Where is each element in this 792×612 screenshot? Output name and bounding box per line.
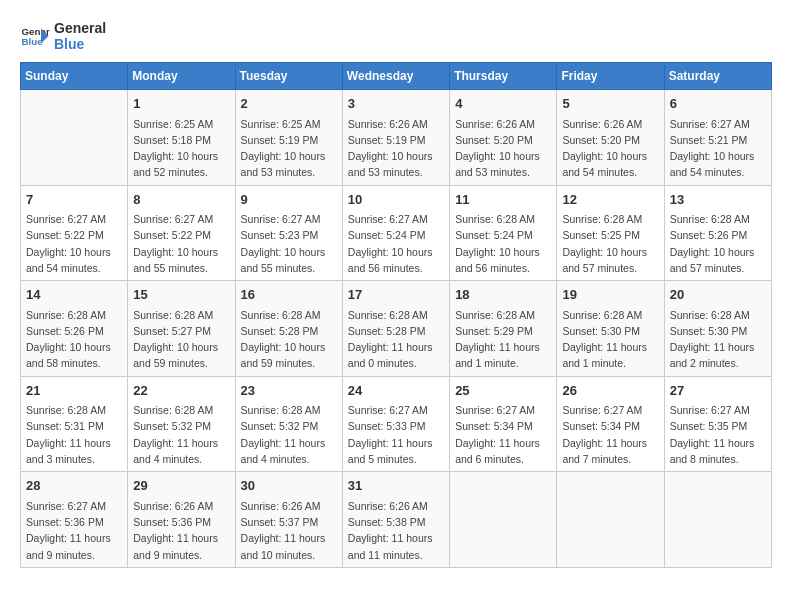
calendar-cell: 5Sunrise: 6:26 AMSunset: 5:20 PMDaylight… xyxy=(557,90,664,186)
calendar-cell: 1Sunrise: 6:25 AMSunset: 5:18 PMDaylight… xyxy=(128,90,235,186)
day-number: 30 xyxy=(241,476,337,496)
day-number: 16 xyxy=(241,285,337,305)
day-number: 8 xyxy=(133,190,229,210)
calendar-cell: 29Sunrise: 6:26 AMSunset: 5:36 PMDayligh… xyxy=(128,472,235,568)
week-row-5: 28Sunrise: 6:27 AMSunset: 5:36 PMDayligh… xyxy=(21,472,772,568)
calendar-cell: 7Sunrise: 6:27 AMSunset: 5:22 PMDaylight… xyxy=(21,185,128,281)
cell-info: Sunrise: 6:27 AMSunset: 5:24 PMDaylight:… xyxy=(348,211,444,276)
weekday-header-sunday: Sunday xyxy=(21,63,128,90)
cell-info: Sunrise: 6:28 AMSunset: 5:31 PMDaylight:… xyxy=(26,402,122,467)
cell-info: Sunrise: 6:26 AMSunset: 5:36 PMDaylight:… xyxy=(133,498,229,563)
logo: General Blue General Blue xyxy=(20,20,106,52)
cell-info: Sunrise: 6:26 AMSunset: 5:20 PMDaylight:… xyxy=(455,116,551,181)
day-number: 21 xyxy=(26,381,122,401)
cell-info: Sunrise: 6:28 AMSunset: 5:30 PMDaylight:… xyxy=(670,307,766,372)
calendar-table: SundayMondayTuesdayWednesdayThursdayFrid… xyxy=(20,62,772,568)
cell-info: Sunrise: 6:28 AMSunset: 5:30 PMDaylight:… xyxy=(562,307,658,372)
cell-info: Sunrise: 6:28 AMSunset: 5:28 PMDaylight:… xyxy=(241,307,337,372)
calendar-cell: 30Sunrise: 6:26 AMSunset: 5:37 PMDayligh… xyxy=(235,472,342,568)
day-number: 27 xyxy=(670,381,766,401)
day-number: 15 xyxy=(133,285,229,305)
svg-text:Blue: Blue xyxy=(22,36,44,47)
cell-info: Sunrise: 6:27 AMSunset: 5:34 PMDaylight:… xyxy=(455,402,551,467)
cell-info: Sunrise: 6:27 AMSunset: 5:36 PMDaylight:… xyxy=(26,498,122,563)
day-number: 12 xyxy=(562,190,658,210)
day-number: 4 xyxy=(455,94,551,114)
day-number: 10 xyxy=(348,190,444,210)
day-number: 19 xyxy=(562,285,658,305)
cell-info: Sunrise: 6:27 AMSunset: 5:34 PMDaylight:… xyxy=(562,402,658,467)
calendar-cell: 22Sunrise: 6:28 AMSunset: 5:32 PMDayligh… xyxy=(128,376,235,472)
day-number: 14 xyxy=(26,285,122,305)
day-number: 2 xyxy=(241,94,337,114)
cell-info: Sunrise: 6:27 AMSunset: 5:23 PMDaylight:… xyxy=(241,211,337,276)
day-number: 28 xyxy=(26,476,122,496)
calendar-cell xyxy=(664,472,771,568)
calendar-cell: 27Sunrise: 6:27 AMSunset: 5:35 PMDayligh… xyxy=(664,376,771,472)
cell-info: Sunrise: 6:28 AMSunset: 5:26 PMDaylight:… xyxy=(26,307,122,372)
calendar-cell xyxy=(557,472,664,568)
day-number: 20 xyxy=(670,285,766,305)
day-number: 3 xyxy=(348,94,444,114)
weekday-header-row: SundayMondayTuesdayWednesdayThursdayFrid… xyxy=(21,63,772,90)
cell-info: Sunrise: 6:27 AMSunset: 5:35 PMDaylight:… xyxy=(670,402,766,467)
calendar-cell: 9Sunrise: 6:27 AMSunset: 5:23 PMDaylight… xyxy=(235,185,342,281)
calendar-cell xyxy=(21,90,128,186)
weekday-header-friday: Friday xyxy=(557,63,664,90)
page-header: General Blue General Blue xyxy=(20,20,772,52)
calendar-cell: 15Sunrise: 6:28 AMSunset: 5:27 PMDayligh… xyxy=(128,281,235,377)
calendar-cell: 3Sunrise: 6:26 AMSunset: 5:19 PMDaylight… xyxy=(342,90,449,186)
day-number: 31 xyxy=(348,476,444,496)
calendar-cell: 28Sunrise: 6:27 AMSunset: 5:36 PMDayligh… xyxy=(21,472,128,568)
day-number: 29 xyxy=(133,476,229,496)
day-number: 5 xyxy=(562,94,658,114)
calendar-cell: 12Sunrise: 6:28 AMSunset: 5:25 PMDayligh… xyxy=(557,185,664,281)
day-number: 1 xyxy=(133,94,229,114)
week-row-2: 7Sunrise: 6:27 AMSunset: 5:22 PMDaylight… xyxy=(21,185,772,281)
cell-info: Sunrise: 6:28 AMSunset: 5:28 PMDaylight:… xyxy=(348,307,444,372)
cell-info: Sunrise: 6:27 AMSunset: 5:22 PMDaylight:… xyxy=(133,211,229,276)
cell-info: Sunrise: 6:27 AMSunset: 5:21 PMDaylight:… xyxy=(670,116,766,181)
calendar-cell: 2Sunrise: 6:25 AMSunset: 5:19 PMDaylight… xyxy=(235,90,342,186)
day-number: 13 xyxy=(670,190,766,210)
logo-icon: General Blue xyxy=(20,21,50,51)
cell-info: Sunrise: 6:28 AMSunset: 5:32 PMDaylight:… xyxy=(133,402,229,467)
calendar-cell: 19Sunrise: 6:28 AMSunset: 5:30 PMDayligh… xyxy=(557,281,664,377)
day-number: 6 xyxy=(670,94,766,114)
cell-info: Sunrise: 6:27 AMSunset: 5:33 PMDaylight:… xyxy=(348,402,444,467)
day-number: 22 xyxy=(133,381,229,401)
day-number: 7 xyxy=(26,190,122,210)
calendar-cell: 24Sunrise: 6:27 AMSunset: 5:33 PMDayligh… xyxy=(342,376,449,472)
weekday-header-wednesday: Wednesday xyxy=(342,63,449,90)
cell-info: Sunrise: 6:28 AMSunset: 5:32 PMDaylight:… xyxy=(241,402,337,467)
logo-text-general: General xyxy=(54,20,106,36)
week-row-4: 21Sunrise: 6:28 AMSunset: 5:31 PMDayligh… xyxy=(21,376,772,472)
day-number: 23 xyxy=(241,381,337,401)
weekday-header-monday: Monday xyxy=(128,63,235,90)
calendar-cell: 16Sunrise: 6:28 AMSunset: 5:28 PMDayligh… xyxy=(235,281,342,377)
day-number: 17 xyxy=(348,285,444,305)
cell-info: Sunrise: 6:27 AMSunset: 5:22 PMDaylight:… xyxy=(26,211,122,276)
cell-info: Sunrise: 6:28 AMSunset: 5:25 PMDaylight:… xyxy=(562,211,658,276)
cell-info: Sunrise: 6:28 AMSunset: 5:29 PMDaylight:… xyxy=(455,307,551,372)
day-number: 25 xyxy=(455,381,551,401)
day-number: 11 xyxy=(455,190,551,210)
cell-info: Sunrise: 6:26 AMSunset: 5:37 PMDaylight:… xyxy=(241,498,337,563)
weekday-header-thursday: Thursday xyxy=(450,63,557,90)
calendar-cell: 4Sunrise: 6:26 AMSunset: 5:20 PMDaylight… xyxy=(450,90,557,186)
week-row-1: 1Sunrise: 6:25 AMSunset: 5:18 PMDaylight… xyxy=(21,90,772,186)
cell-info: Sunrise: 6:26 AMSunset: 5:19 PMDaylight:… xyxy=(348,116,444,181)
calendar-cell: 10Sunrise: 6:27 AMSunset: 5:24 PMDayligh… xyxy=(342,185,449,281)
day-number: 26 xyxy=(562,381,658,401)
cell-info: Sunrise: 6:25 AMSunset: 5:19 PMDaylight:… xyxy=(241,116,337,181)
cell-info: Sunrise: 6:25 AMSunset: 5:18 PMDaylight:… xyxy=(133,116,229,181)
day-number: 18 xyxy=(455,285,551,305)
day-number: 24 xyxy=(348,381,444,401)
calendar-cell: 8Sunrise: 6:27 AMSunset: 5:22 PMDaylight… xyxy=(128,185,235,281)
cell-info: Sunrise: 6:28 AMSunset: 5:24 PMDaylight:… xyxy=(455,211,551,276)
cell-info: Sunrise: 6:28 AMSunset: 5:27 PMDaylight:… xyxy=(133,307,229,372)
logo-text-blue: Blue xyxy=(54,36,106,52)
calendar-cell: 31Sunrise: 6:26 AMSunset: 5:38 PMDayligh… xyxy=(342,472,449,568)
calendar-cell: 11Sunrise: 6:28 AMSunset: 5:24 PMDayligh… xyxy=(450,185,557,281)
calendar-cell: 14Sunrise: 6:28 AMSunset: 5:26 PMDayligh… xyxy=(21,281,128,377)
